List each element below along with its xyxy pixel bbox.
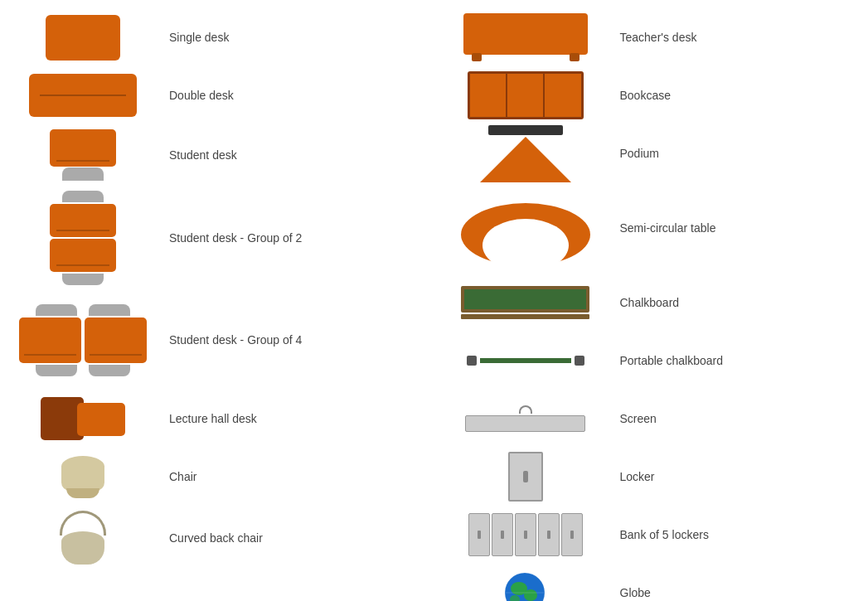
- chair-label: Chair: [169, 470, 196, 483]
- list-item: Locker: [434, 448, 869, 506]
- list-item: Single desk: [0, 8, 434, 66]
- double-desk-shape: [29, 74, 137, 117]
- bank-of-5-lockers-icon: [443, 513, 609, 556]
- student-desk-label: Student desk: [169, 148, 237, 162]
- single-desk-shape: [46, 15, 120, 61]
- student-desk-group2-icon: [8, 191, 158, 285]
- curved-back-chair-shape: [54, 511, 112, 565]
- bank-of-5-lockers-label: Bank of 5 lockers: [620, 528, 709, 541]
- lecture-hall-desk-label: Lecture hall desk: [169, 412, 257, 425]
- student-desk-group4-icon: [8, 304, 158, 376]
- portable-chalkboard-label: Portable chalkboard: [620, 354, 724, 367]
- right-column: Teacher's desk Bookcase Podium: [434, 8, 869, 593]
- list-item: Chair: [0, 448, 434, 506]
- screen-label: Screen: [620, 412, 657, 425]
- lecture-hall-desk-icon: [8, 397, 158, 440]
- list-item: Student desk: [0, 124, 434, 186]
- chalkboard-shape: [461, 286, 589, 319]
- semi-circular-table-shape: [459, 189, 592, 268]
- student-desk-icon: [8, 129, 158, 181]
- list-item: Chalkboard: [434, 274, 869, 332]
- list-item: Student desk - Group of 4: [0, 290, 434, 390]
- list-item: Semi-circular table: [434, 182, 869, 274]
- curved-back-chair-icon: [8, 511, 158, 565]
- list-item: Globe: [434, 564, 869, 601]
- bookcase-label: Bookcase: [620, 89, 671, 102]
- podium-shape: [480, 125, 571, 182]
- screen-icon: [443, 405, 609, 432]
- teachers-desk-label: Teacher's desk: [620, 31, 697, 44]
- list-item: Portable chalkboard: [434, 332, 869, 390]
- teachers-desk-shape: [463, 13, 588, 61]
- portable-chalkboard-icon: [443, 356, 609, 366]
- list-item: Curved back chair: [0, 506, 434, 569]
- svg-point-4: [524, 589, 537, 601]
- student-desk-group4-label: Student desk - Group of 4: [169, 333, 302, 347]
- locker-label: Locker: [620, 470, 655, 483]
- list-item: Bank of 5 lockers: [434, 506, 869, 564]
- bank-of-5-lockers-shape: [468, 513, 583, 556]
- locker-shape: [508, 452, 543, 502]
- list-item: Student desk - Group of 2: [0, 186, 434, 290]
- list-item: Lecture hall desk: [0, 390, 434, 448]
- podium-icon: [443, 125, 609, 182]
- globe-shape: [502, 570, 548, 602]
- left-column: Single desk Double desk Student desk: [0, 8, 434, 593]
- locker-icon: [443, 452, 609, 502]
- curved-back-chair-label: Curved back chair: [169, 531, 263, 545]
- list-item: Teacher's desk: [434, 8, 869, 66]
- teachers-desk-icon: [443, 13, 609, 61]
- chair-shape: [61, 456, 104, 498]
- double-desk-label: Double desk: [169, 89, 234, 102]
- semi-circular-table-icon: [443, 189, 609, 268]
- list-item: Screen: [434, 390, 869, 448]
- portable-chalkboard-shape: [467, 356, 584, 366]
- double-desk-icon: [8, 74, 158, 117]
- chalkboard-label: Chalkboard: [620, 296, 680, 309]
- list-item: Double desk: [0, 66, 434, 124]
- chair-icon: [8, 456, 158, 498]
- student-desk-group4-shape: [19, 304, 147, 376]
- chalkboard-icon: [443, 286, 609, 319]
- globe-label: Globe: [620, 586, 651, 599]
- bookcase-icon: [443, 71, 609, 119]
- student-desk-shape: [50, 129, 116, 181]
- list-item: Podium: [434, 124, 869, 182]
- student-desk-group2-shape: [50, 191, 116, 285]
- list-item: Bookcase: [434, 66, 869, 124]
- lecture-hall-desk-shape: [41, 397, 125, 440]
- screen-shape: [465, 405, 585, 432]
- student-desk-group2-label: Student desk - Group of 2: [169, 231, 302, 245]
- single-desk-label: Single desk: [169, 31, 229, 44]
- semi-circular-table-label: Semi-circular table: [620, 221, 716, 235]
- podium-label: Podium: [620, 147, 659, 160]
- bookcase-shape: [468, 71, 584, 119]
- globe-icon: [443, 570, 609, 602]
- single-desk-icon: [8, 15, 158, 61]
